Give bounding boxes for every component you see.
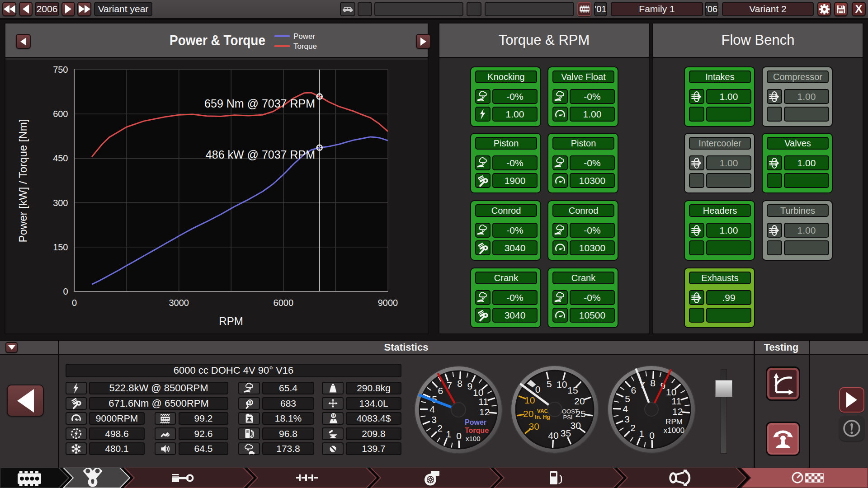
svg-text:486 kW @ 7037 RPM: 486 kW @ 7037 RPM bbox=[206, 148, 315, 161]
svg-text:12: 12 bbox=[672, 406, 683, 417]
svg-text:30: 30 bbox=[529, 421, 539, 432]
svg-text:15: 15 bbox=[567, 385, 578, 395]
svg-text:5: 5 bbox=[625, 394, 630, 404]
svg-text:0: 0 bbox=[456, 431, 462, 441]
svg-text:659 Nm @ 7037 RPM: 659 Nm @ 7037 RPM bbox=[204, 97, 315, 110]
svg-text:x1000: x1000 bbox=[664, 426, 684, 435]
svg-text:600: 600 bbox=[53, 109, 68, 119]
svg-text:11: 11 bbox=[478, 396, 488, 407]
svg-text:3: 3 bbox=[431, 414, 437, 425]
svg-text:3: 3 bbox=[624, 414, 630, 424]
svg-text:x100: x100 bbox=[466, 435, 481, 442]
svg-text:9000: 9000 bbox=[378, 298, 398, 308]
svg-text:30: 30 bbox=[571, 420, 581, 431]
svg-text:10: 10 bbox=[557, 379, 567, 389]
svg-text:8: 8 bbox=[650, 378, 656, 388]
svg-text:750: 750 bbox=[53, 65, 68, 75]
svg-text:Power: Power bbox=[465, 418, 486, 426]
svg-text:3000: 3000 bbox=[169, 298, 189, 308]
svg-text:450: 450 bbox=[53, 153, 68, 163]
svg-text:9: 9 bbox=[467, 381, 473, 391]
svg-text:1: 1 bbox=[639, 428, 644, 439]
svg-text:RPM: RPM bbox=[219, 315, 243, 327]
svg-text:6: 6 bbox=[631, 385, 637, 395]
svg-text:0: 0 bbox=[63, 286, 68, 296]
svg-text:Torque: Torque bbox=[465, 427, 489, 434]
svg-text:300: 300 bbox=[53, 198, 68, 208]
svg-text:12: 12 bbox=[479, 407, 490, 417]
svg-text:$: $ bbox=[332, 413, 335, 418]
svg-text:40: 40 bbox=[548, 430, 558, 441]
svg-text:0: 0 bbox=[649, 430, 655, 441]
svg-text:20: 20 bbox=[574, 396, 585, 406]
svg-text:4: 4 bbox=[623, 404, 628, 414]
svg-text:150: 150 bbox=[53, 242, 68, 252]
svg-text:VAC: VAC bbox=[537, 408, 548, 414]
svg-text:0: 0 bbox=[72, 298, 77, 308]
svg-text:11: 11 bbox=[671, 396, 681, 406]
svg-text:20: 20 bbox=[523, 408, 533, 419]
svg-text:PSI: PSI bbox=[563, 414, 573, 421]
svg-text:10: 10 bbox=[524, 395, 535, 405]
svg-text:RPM: RPM bbox=[665, 418, 683, 426]
svg-text:35: 35 bbox=[561, 428, 571, 438]
svg-text:In. Hg: In. Hg bbox=[535, 414, 550, 420]
svg-text:4: 4 bbox=[429, 404, 435, 414]
svg-text:6000: 6000 bbox=[274, 298, 294, 308]
svg-text:$: $ bbox=[249, 400, 251, 405]
svg-text:91: 91 bbox=[246, 430, 249, 432]
svg-text:5: 5 bbox=[547, 379, 552, 389]
svg-text:8: 8 bbox=[457, 378, 462, 389]
svg-text:6: 6 bbox=[438, 385, 443, 396]
svg-text:0: 0 bbox=[535, 384, 541, 394]
svg-text:2: 2 bbox=[437, 423, 443, 433]
svg-text:1: 1 bbox=[446, 429, 451, 439]
svg-text:2: 2 bbox=[630, 422, 636, 433]
svg-text:Power [kW] / Torque [Nm]: Power [kW] / Torque [Nm] bbox=[17, 119, 29, 243]
